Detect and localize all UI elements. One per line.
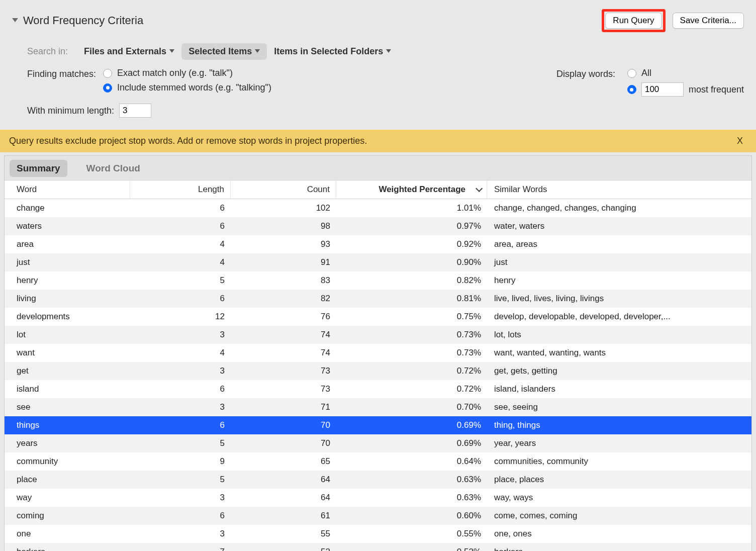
column-similar-words[interactable]: Similar Words: [487, 180, 751, 199]
cell-count: 70: [231, 416, 336, 434]
chevron-down-icon: [386, 49, 391, 53]
tab-word-cloud[interactable]: Word Cloud: [79, 160, 147, 177]
column-weighted-percentage[interactable]: Weighted Percentage: [336, 180, 487, 199]
cell-similar: see, seeing: [487, 398, 751, 416]
cell-similar: just: [487, 253, 751, 271]
cell-word: place: [5, 471, 130, 489]
column-length[interactable]: Length: [130, 180, 231, 199]
cell-similar: develop, developable, developed, develop…: [487, 308, 751, 326]
highlight-annotation: Run Query: [602, 9, 665, 32]
cell-percentage: 0.73%: [336, 326, 487, 344]
collapse-toggle-icon[interactable]: [12, 18, 18, 22]
cell-length: 6: [130, 290, 231, 308]
cell-count: 91: [231, 253, 336, 271]
notice-close-button[interactable]: X: [733, 136, 747, 146]
table-row[interactable]: place5640.63%place, places: [5, 471, 751, 489]
cell-word: coming: [5, 507, 130, 525]
cell-word: way: [5, 489, 130, 507]
search-in-segmented: Files and ExternalsSelected ItemsItems i…: [77, 43, 398, 60]
cell-count: 73: [231, 362, 336, 380]
cell-similar: one, ones: [487, 525, 751, 543]
table-row[interactable]: see3710.70%see, seeing: [5, 398, 751, 416]
cell-word: area: [5, 235, 130, 253]
cell-similar: place, places: [487, 471, 751, 489]
cell-percentage: 0.82%: [336, 271, 487, 290]
cell-percentage: 0.63%: [336, 489, 487, 507]
min-length-label: With minimum length:: [27, 106, 114, 116]
cell-length: 5: [130, 471, 231, 489]
search-in-option[interactable]: Files and Externals: [77, 43, 181, 60]
sort-descending-icon: [476, 185, 483, 192]
results-panel: Summary Word Cloud Word Length Count Wei…: [4, 155, 752, 551]
cell-length: 6: [130, 507, 231, 525]
table-row[interactable]: way3640.63%way, ways: [5, 489, 751, 507]
cell-count: 98: [231, 217, 336, 235]
cell-word: harkers: [5, 543, 130, 551]
cell-percentage: 0.70%: [336, 398, 487, 416]
exact-match-text: Exact match only (e.g. "talk"): [117, 68, 233, 78]
cell-percentage: 0.97%: [336, 217, 487, 235]
radio-icon: [103, 69, 112, 78]
table-row[interactable]: coming6610.60%come, comes, coming: [5, 507, 751, 525]
column-word[interactable]: Word: [5, 180, 130, 199]
table-row[interactable]: henry5830.82%henry: [5, 271, 751, 290]
cell-similar: change, changed, changes, changing: [487, 199, 751, 217]
stemmed-match-option[interactable]: Include stemmed words (e.g. "talking"): [103, 82, 271, 93]
cell-similar: way, ways: [487, 489, 751, 507]
cell-count: 74: [231, 344, 336, 362]
cell-length: 6: [130, 199, 231, 217]
table-row[interactable]: harkers7520.52%harkers: [5, 543, 751, 551]
min-length-input[interactable]: [119, 104, 151, 118]
run-query-button[interactable]: Run Query: [605, 13, 662, 29]
table-row[interactable]: area4930.92%area, areas: [5, 235, 751, 253]
table-row[interactable]: living6820.81%live, lived, lives, living…: [5, 290, 751, 308]
cell-length: 5: [130, 271, 231, 290]
cell-length: 6: [130, 217, 231, 235]
results-table: Word Length Count Weighted Percentage Si…: [5, 180, 751, 551]
cell-word: living: [5, 290, 130, 308]
cell-similar: henry: [487, 271, 751, 290]
cell-similar: water, waters: [487, 217, 751, 235]
table-row[interactable]: lot3740.73%lot, lots: [5, 326, 751, 344]
display-all-option[interactable]: All: [627, 68, 744, 78]
search-in-option[interactable]: Selected Items: [181, 43, 267, 60]
cell-percentage: 0.73%: [336, 344, 487, 362]
cell-word: see: [5, 398, 130, 416]
table-row[interactable]: things6700.69%thing, things: [5, 416, 751, 434]
cell-length: 3: [130, 326, 231, 344]
cell-word: island: [5, 380, 130, 398]
column-count[interactable]: Count: [231, 180, 336, 199]
cell-percentage: 1.01%: [336, 199, 487, 217]
table-row[interactable]: change61021.01%change, changed, changes,…: [5, 199, 751, 217]
table-row[interactable]: want4740.73%want, wanted, wanting, wants: [5, 344, 751, 362]
cell-count: 61: [231, 507, 336, 525]
save-criteria-button[interactable]: Save Criteria...: [673, 13, 744, 29]
table-row[interactable]: years5700.69%year, years: [5, 434, 751, 452]
cell-count: 71: [231, 398, 336, 416]
cell-word: community: [5, 452, 130, 471]
panel-title: Word Frequency Criteria: [23, 14, 143, 27]
cell-length: 5: [130, 434, 231, 452]
cell-length: 6: [130, 416, 231, 434]
tab-summary[interactable]: Summary: [10, 160, 67, 177]
table-row[interactable]: island6730.72%island, islanders: [5, 380, 751, 398]
table-row[interactable]: developments12760.75%develop, developabl…: [5, 308, 751, 326]
table-row[interactable]: waters6980.97%water, waters: [5, 217, 751, 235]
stemmed-match-text: Include stemmed words (e.g. "talking"): [117, 82, 271, 93]
display-count-option[interactable]: most frequent: [627, 82, 744, 97]
cell-word: things: [5, 416, 130, 434]
cell-count: 93: [231, 235, 336, 253]
cell-length: 3: [130, 362, 231, 380]
table-row[interactable]: community9650.64%communities, community: [5, 452, 751, 471]
table-row[interactable]: get3730.72%get, gets, getting: [5, 362, 751, 380]
cell-count: 65: [231, 452, 336, 471]
table-row[interactable]: just4910.90%just: [5, 253, 751, 271]
cell-similar: thing, things: [487, 416, 751, 434]
radio-icon: [627, 69, 636, 78]
display-count-input[interactable]: [641, 82, 684, 97]
exact-match-option[interactable]: Exact match only (e.g. "talk"): [103, 68, 271, 78]
cell-word: get: [5, 362, 130, 380]
search-in-option[interactable]: Items in Selected Folders: [267, 43, 398, 60]
table-row[interactable]: one3550.55%one, ones: [5, 525, 751, 543]
cell-length: 3: [130, 398, 231, 416]
